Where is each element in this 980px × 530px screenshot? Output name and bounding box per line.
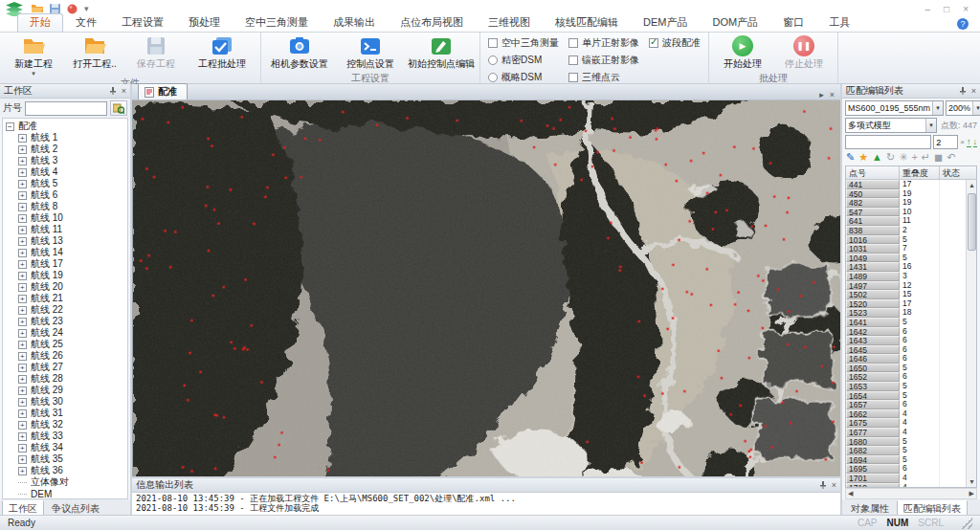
- task-option[interactable]: 空中三角测量: [488, 36, 559, 50]
- model-select[interactable]: 多项式模型 ▾: [845, 118, 937, 133]
- tree-expander-icon[interactable]: [18, 180, 27, 188]
- ribbon-tab[interactable]: 工程设置: [109, 13, 176, 32]
- tree-item[interactable]: DEM: [6, 488, 127, 499]
- tree-expander-icon[interactable]: [18, 482, 27, 483]
- tree-expander-icon[interactable]: [6, 122, 14, 131]
- document-tab-registration[interactable]: 配准: [138, 83, 188, 99]
- task-option[interactable]: 三维点云: [568, 71, 639, 84]
- maximize-button[interactable]: □: [944, 4, 949, 14]
- tree-item[interactable]: 航线 3: [6, 155, 127, 166]
- tree-item[interactable]: 航线 23: [6, 316, 127, 327]
- tree-expander-icon[interactable]: [18, 364, 27, 372]
- tree-expander-icon[interactable]: [18, 375, 27, 384]
- table-body[interactable]: 441 17 450 19 48: [846, 180, 976, 487]
- table-row[interactable]: 1646 6: [846, 354, 976, 364]
- table-row[interactable]: 1652 6: [846, 372, 976, 382]
- chevron-down-icon[interactable]: ▾: [932, 101, 943, 115]
- add-point-icon[interactable]: ★: [858, 151, 868, 163]
- tree-item[interactable]: 航线 10: [6, 212, 127, 224]
- open-project-button[interactable]: 打开工程..: [65, 34, 124, 72]
- table-row[interactable]: 1520 17: [846, 299, 976, 309]
- apply-icon[interactable]: ↵: [922, 151, 930, 163]
- table-row[interactable]: 1694 5: [846, 455, 976, 465]
- control-points-button[interactable]: 控制点设置: [336, 34, 405, 72]
- checkbox[interactable]: [488, 38, 498, 48]
- table-row[interactable]: 1641 5: [846, 318, 976, 327]
- col-header-id[interactable]: 点号: [846, 166, 900, 179]
- camera-params-button[interactable]: 相机参数设置: [265, 34, 334, 72]
- search-button[interactable]: [110, 100, 127, 116]
- checkbox[interactable]: [649, 38, 658, 48]
- ribbon-tab[interactable]: 核线匹配编辑: [543, 13, 631, 32]
- task-option[interactable]: 镶嵌正射影像: [568, 54, 639, 67]
- table-row[interactable]: 641 11: [846, 216, 976, 226]
- tree-expander-icon[interactable]: [18, 467, 27, 475]
- scroll-up-icon[interactable]: ▲: [967, 180, 976, 190]
- tree-item[interactable]: 航线 25: [6, 339, 127, 350]
- task-option[interactable]: 波段配准: [649, 36, 701, 50]
- tree-expander-icon[interactable]: [18, 283, 27, 292]
- table-row[interactable]: 1489 3: [846, 272, 976, 281]
- table-row[interactable]: 547 10: [846, 208, 976, 217]
- image-select[interactable]: MS600_0195_555nm ▾: [845, 100, 944, 116]
- scroll-right-icon[interactable]: ▶: [969, 490, 974, 497]
- stop-processing-button[interactable]: ❚❚ 停止处理: [774, 34, 834, 72]
- table-row[interactable]: 1701 4: [846, 474, 976, 483]
- tree-expander-icon[interactable]: [18, 168, 27, 177]
- tree-expander-icon[interactable]: [18, 157, 27, 166]
- chevron-down-icon[interactable]: ▾: [925, 119, 936, 132]
- clear-icon[interactable]: ×: [960, 138, 965, 146]
- table-row[interactable]: 1695 6: [846, 464, 976, 474]
- checkbox[interactable]: [568, 38, 578, 48]
- tree-item[interactable]: 航线 30: [6, 396, 127, 408]
- append-icon[interactable]: +: [911, 151, 917, 163]
- task-option[interactable]: 精密DSM: [488, 54, 559, 67]
- project-batch-button[interactable]: 工程批处理: [188, 34, 256, 72]
- tree-expander-icon[interactable]: [18, 295, 27, 303]
- tree-expander-icon[interactable]: [18, 398, 27, 407]
- table-row[interactable]: 1653 5: [846, 382, 976, 391]
- tree-expander-icon[interactable]: [18, 134, 27, 143]
- tree-item[interactable]: 航线 6: [6, 189, 127, 201]
- scrollbar-thumb[interactable]: [968, 193, 976, 251]
- ribbon-tab[interactable]: 开始: [17, 13, 63, 32]
- tab-close-icon[interactable]: ×: [830, 90, 835, 99]
- ribbon-tab[interactable]: 文件: [63, 13, 109, 32]
- sort-up-icon[interactable]: ↑: [967, 138, 971, 147]
- horizontal-scrollbar[interactable]: ◀ ▶: [845, 488, 977, 499]
- tree-item[interactable]: 航线 22: [6, 304, 127, 316]
- checkbox[interactable]: [488, 73, 498, 82]
- scroll-down-icon[interactable]: ▼: [967, 476, 976, 487]
- tree-expander-icon[interactable]: [18, 237, 27, 246]
- tree-item[interactable]: 航线 2: [6, 144, 127, 155]
- tree-item[interactable]: 航线 20: [6, 281, 127, 293]
- table-row[interactable]: 1031 7: [846, 244, 976, 254]
- ribbon-tab[interactable]: DEM产品: [631, 13, 700, 32]
- tree-expander-icon[interactable]: [18, 444, 27, 453]
- close-pane-icon[interactable]: ×: [832, 480, 836, 490]
- refresh-icon[interactable]: ↻: [886, 151, 895, 163]
- tree-item[interactable]: 航线 8: [6, 201, 127, 212]
- tree-item[interactable]: 航线 33: [6, 431, 127, 442]
- resize-grip[interactable]: [961, 518, 972, 529]
- table-row[interactable]: 1677 4: [846, 428, 976, 437]
- image-number-input[interactable]: [25, 101, 107, 116]
- save-project-button[interactable]: 保存工程: [126, 34, 186, 72]
- table-row[interactable]: 1643 6: [846, 336, 976, 345]
- tree-expander-icon[interactable]: [18, 226, 27, 234]
- table-row[interactable]: 1497 12: [846, 281, 976, 291]
- table-row[interactable]: 1650 5: [846, 364, 976, 373]
- tree-expander-icon[interactable]: [18, 214, 27, 223]
- table-row[interactable]: 1657 6: [846, 400, 976, 409]
- table-row[interactable]: 1654 5: [846, 391, 976, 401]
- ribbon-tab[interactable]: 点位布局视图: [388, 13, 476, 32]
- table-row[interactable]: 1523 18: [846, 308, 976, 318]
- tree-expander-icon[interactable]: [18, 191, 27, 200]
- tree-expander-icon[interactable]: [18, 318, 27, 326]
- start-processing-button[interactable]: ▶ 开始处理: [713, 34, 772, 72]
- task-option[interactable]: 单片正射影像: [568, 36, 639, 50]
- tree-expander-icon[interactable]: [18, 249, 27, 257]
- scroll-left-icon[interactable]: ◀: [848, 490, 853, 497]
- predict-icon[interactable]: ✳: [899, 151, 907, 163]
- tree-expander-icon[interactable]: [18, 386, 27, 395]
